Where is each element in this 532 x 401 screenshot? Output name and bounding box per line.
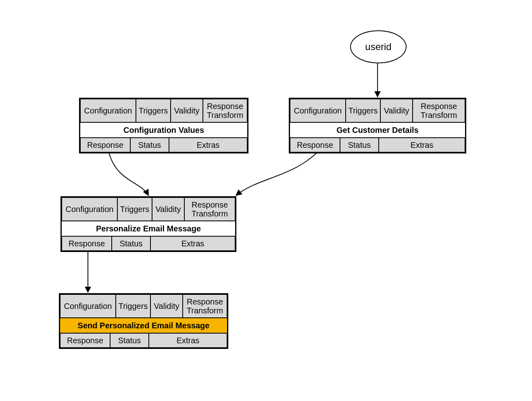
cell-response: Response <box>290 138 340 152</box>
cell-triggers: Triggers <box>117 197 152 221</box>
cell-status: Status <box>112 236 150 251</box>
cell-validity: Validity <box>150 294 183 318</box>
cell-response-transform: Response Transform <box>203 99 247 122</box>
cell-status: Status <box>110 333 149 348</box>
node-personalize-email: Configuration Triggers Validity Response… <box>61 196 236 252</box>
node-configuration-values: Configuration Triggers Validity Response… <box>79 98 248 153</box>
node-get-customer-details: Configuration Triggers Validity Response… <box>289 98 466 153</box>
node-header-row: Configuration Triggers Validity Response… <box>62 197 235 221</box>
edge-configvalues-to-personalize <box>109 153 148 195</box>
node-header-row: Configuration Triggers Validity Response… <box>290 99 465 122</box>
node-title: Get Customer Details <box>290 122 465 138</box>
cell-triggers: Triggers <box>136 99 171 122</box>
node-send-email: Configuration Triggers Validity Response… <box>59 293 228 349</box>
cell-extras: Extras <box>169 138 247 152</box>
input-node-label: userid <box>365 41 391 52</box>
cell-response-transform: Response Transform <box>413 99 465 122</box>
node-footer-row: Response Status Extras <box>60 333 227 348</box>
node-title: Configuration Values <box>80 122 247 138</box>
cell-response: Response <box>62 236 112 251</box>
cell-status: Status <box>130 138 169 152</box>
cell-triggers: Triggers <box>346 99 380 122</box>
cell-status: Status <box>340 138 379 152</box>
node-title: Personalize Email Message <box>62 221 235 236</box>
node-header-row: Configuration Triggers Validity Response… <box>80 99 247 122</box>
node-header-row: Configuration Triggers Validity Response… <box>60 294 227 318</box>
cell-validity: Validity <box>380 99 413 122</box>
node-footer-row: Response Status Extras <box>62 236 235 251</box>
edge-getcustomer-to-personalize <box>236 153 317 195</box>
cell-response: Response <box>80 138 130 152</box>
cell-extras: Extras <box>379 138 465 152</box>
cell-response-transform: Response Transform <box>183 294 227 318</box>
cell-validity: Validity <box>152 197 184 221</box>
cell-response-transform: Response Transform <box>184 197 235 221</box>
cell-configuration: Configuration <box>80 99 136 122</box>
flow-diagram-canvas: userid Configuration Triggers Validity R… <box>0 0 532 401</box>
cell-response: Response <box>60 333 110 348</box>
cell-extras: Extras <box>150 236 235 251</box>
cell-configuration: Configuration <box>290 99 346 122</box>
node-footer-row: Response Status Extras <box>290 138 465 152</box>
cell-configuration: Configuration <box>62 197 117 221</box>
cell-configuration: Configuration <box>60 294 116 318</box>
cell-validity: Validity <box>171 99 203 122</box>
cell-extras: Extras <box>149 333 227 348</box>
node-title: Send Personalized Email Message <box>60 318 227 333</box>
cell-triggers: Triggers <box>116 294 150 318</box>
input-node-userid: userid <box>350 30 407 63</box>
node-footer-row: Response Status Extras <box>80 138 247 152</box>
